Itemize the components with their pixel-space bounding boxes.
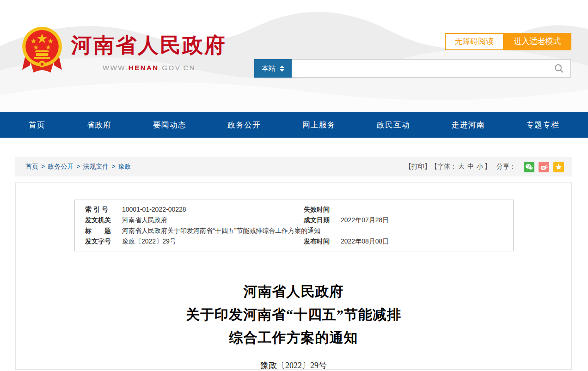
- meta-label-title: 标 题: [85, 225, 114, 236]
- meta-value-expiry: [341, 204, 504, 215]
- font-size-small-button[interactable]: 小: [477, 163, 483, 170]
- nav-item-gov-info[interactable]: 政务公开: [227, 120, 261, 130]
- meta-label-index-number: 索 引 号: [85, 204, 114, 215]
- meta-row: 标 题 河南省人民政府关于印发河南省“十四五”节能减排综合工作方案的通知: [85, 225, 504, 236]
- search-scope-select[interactable]: 本站: [254, 59, 292, 78]
- breadcrumb-bar: 首页>政务公开>法规文件>豫政 【打印】 【字体：大中小】 分享：: [15, 157, 572, 176]
- meta-value-agency: 河南省人民政府: [122, 215, 295, 225]
- meta-value-written-date: 2022年07月28日: [341, 215, 504, 225]
- nav-item-online-services[interactable]: 网上服务: [302, 120, 336, 130]
- site-search: 本站: [254, 59, 571, 78]
- document-title-line: 综合工作方案的通知: [16, 326, 571, 349]
- favorite-star-icon: [555, 163, 563, 171]
- meta-row: 发文字号 豫政〔2022〕29号 发布时间 2022年08月08日: [85, 236, 504, 247]
- site-title: 河南省人民政府: [71, 31, 227, 59]
- search-scope-label: 本站: [262, 64, 276, 73]
- select-arrows-icon: [280, 66, 284, 72]
- breadcrumb: 首页>政务公开>法规文件>豫政: [25, 163, 131, 171]
- share-label: 分享：: [496, 163, 516, 171]
- breadcrumb-separator: >: [76, 163, 80, 170]
- accessible-reading-button[interactable]: 无障碍阅读: [445, 33, 503, 50]
- search-right-group: [543, 59, 567, 78]
- meta-value-doc-number: 豫政〔2022〕29号: [122, 236, 295, 247]
- breadcrumb-link-regulations[interactable]: 法规文件: [83, 163, 109, 170]
- search-divider: [543, 64, 543, 73]
- breadcrumb-link-yuzheng[interactable]: 豫政: [118, 163, 131, 170]
- site-url-highlight: HENAN: [129, 64, 159, 72]
- site-ident: 河南省人民政府 WWW.HENAN.GOV.CN: [71, 25, 227, 76]
- site-logo-group[interactable]: 河南省人民政府 WWW.HENAN.GOV.CN: [21, 25, 227, 76]
- wechat-icon: [525, 163, 533, 171]
- nav-item-home[interactable]: 首页: [29, 120, 45, 130]
- search-button[interactable]: [551, 60, 567, 77]
- page-tools: 【打印】 【字体：大中小】 分享：: [405, 162, 564, 172]
- site-header: 河南省人民政府 WWW.HENAN.GOV.CN 无障碍阅读 进入适老模式 本站: [0, 0, 588, 112]
- meta-label-doc-number: 发文字号: [85, 236, 114, 247]
- document-meta-table: 索 引 号 10001-01-2022-00228 失效时间 发文机关 河南省人…: [74, 200, 514, 251]
- accessibility-buttons: 无障碍阅读 进入适老模式: [445, 33, 571, 50]
- breadcrumb-separator: >: [41, 163, 45, 170]
- nav-item-interaction[interactable]: 政民互动: [377, 120, 410, 130]
- meta-label-expiry: 失效时间: [304, 204, 332, 215]
- share-wechat-button[interactable]: [524, 162, 534, 172]
- meta-row: 发文机关 河南省人民政府 成文日期 2022年07月28日: [85, 215, 504, 225]
- font-size-large-button[interactable]: 大: [458, 163, 465, 170]
- search-input[interactable]: [292, 59, 571, 78]
- share-favorite-button[interactable]: [553, 162, 564, 172]
- article-container: 索 引 号 10001-01-2022-00228 失效时间 发文机关 河南省人…: [15, 182, 572, 370]
- meta-label-publish-date: 发布时间: [304, 236, 332, 247]
- nav-item-about-henan[interactable]: 走进河南: [452, 120, 485, 130]
- share-weibo-button[interactable]: [539, 162, 549, 172]
- meta-label-agency: 发文机关: [85, 215, 114, 225]
- breadcrumb-link-gov-info[interactable]: 政务公开: [48, 163, 74, 170]
- meta-label-written-date: 成文日期: [304, 215, 332, 225]
- nav-item-provincial-government[interactable]: 省政府: [86, 120, 111, 130]
- font-size-medium-button[interactable]: 中: [467, 163, 474, 170]
- font-size-close: 】: [484, 163, 491, 170]
- site-url: WWW.HENAN.GOV.CN: [103, 64, 227, 72]
- font-size-open: 【字体：: [431, 163, 457, 170]
- meta-value-index-number: 10001-01-2022-00228: [122, 204, 295, 215]
- breadcrumb-link-home[interactable]: 首页: [25, 163, 38, 170]
- main-nav: 首页 省政府 要闻动态 政务公开 网上服务 政民互动 走进河南 专题专栏: [0, 112, 588, 138]
- font-size-group: 【字体：大中小】: [431, 163, 491, 171]
- nav-item-news[interactable]: 要闻动态: [153, 120, 186, 130]
- meta-value-publish-date: 2022年08月08日: [341, 236, 504, 247]
- meta-row: 索 引 号 10001-01-2022-00228 失效时间: [85, 204, 504, 215]
- meta-value-title: 河南省人民政府关于印发河南省“十四五”节能减排综合工作方案的通知: [122, 225, 504, 236]
- print-button[interactable]: 【打印】: [405, 163, 431, 171]
- document-title: 河南省人民政府 关于印发河南省“十四五”节能减排 综合工作方案的通知: [16, 280, 571, 349]
- national-emblem-logo: [21, 25, 63, 76]
- search-icon: [554, 63, 564, 73]
- document-number: 豫政〔2022〕29号: [16, 360, 571, 371]
- breadcrumb-separator: >: [111, 163, 115, 170]
- nav-item-special-topics[interactable]: 专题专栏: [526, 120, 559, 130]
- elder-mode-button[interactable]: 进入适老模式: [503, 33, 571, 50]
- site-url-suffix: .GOV.CN: [159, 64, 196, 72]
- site-url-prefix: WWW.: [103, 64, 129, 72]
- document-title-line: 河南省人民政府: [16, 280, 571, 303]
- weibo-icon: [540, 163, 548, 171]
- document-title-line: 关于印发河南省“十四五”节能减排: [16, 303, 571, 326]
